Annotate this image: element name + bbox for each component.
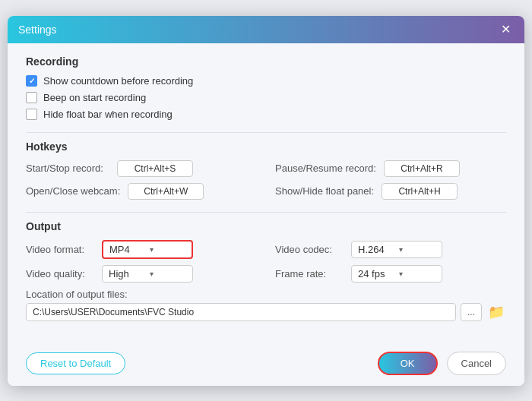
video-codec-select[interactable]: H.264 ▾ <box>351 241 442 258</box>
output-row-codec: Video codec: H.264 ▾ <box>275 240 506 259</box>
hotkey-input-pauseresume[interactable] <box>384 160 460 177</box>
hotkeys-section: Hotkeys Start/Stop record: Pause/Resume … <box>26 141 506 200</box>
beep-checkbox[interactable] <box>26 92 37 103</box>
cancel-button[interactable]: Cancel <box>447 352 506 375</box>
output-label-framerate: Frame rate: <box>275 268 344 279</box>
hotkey-row-floatpanel: Show/Hide float panel: <box>275 183 506 200</box>
video-codec-value: H.264 <box>358 244 394 255</box>
hotkeys-grid: Start/Stop record: Pause/Resume record: … <box>26 160 506 200</box>
floatbar-label: Hide float bar when recording <box>43 109 173 120</box>
chevron-down-icon: ▾ <box>150 245 185 254</box>
hotkey-input-floatpanel[interactable] <box>382 183 458 200</box>
output-row-format: Video format: MP4 ▾ <box>26 240 257 259</box>
output-section-title: Output <box>26 220 506 232</box>
video-format-value: MP4 <box>109 244 145 255</box>
countdown-label: Show countdown before recording <box>43 75 193 87</box>
beep-row: Beep on start recording <box>26 92 506 103</box>
countdown-row: Show countdown before recording <box>26 75 506 87</box>
close-button[interactable]: ✕ <box>498 22 514 37</box>
content-area: Recording Show countdown before recordin… <box>8 43 524 344</box>
output-grid: Video format: MP4 ▾ Video codec: H.264 ▾… <box>26 240 506 283</box>
beep-label: Beep on start recording <box>43 92 146 103</box>
chevron-down-icon: ▾ <box>399 270 435 278</box>
hotkey-row-webcam: Open/Close webcam: <box>26 183 257 200</box>
output-label-quality: Video quality: <box>26 268 94 279</box>
folder-icon-button[interactable]: 📁 <box>486 304 506 320</box>
path-input-row: ... 📁 <box>26 303 506 321</box>
path-label: Location of output files: <box>26 289 506 300</box>
recording-section-title: Recording <box>26 55 506 68</box>
output-label-format: Video format: <box>26 244 94 255</box>
path-input[interactable] <box>26 303 456 321</box>
floatbar-row: Hide float bar when recording <box>26 109 506 120</box>
hotkey-label-webcam: Open/Close webcam: <box>26 185 120 197</box>
ok-button[interactable]: OK <box>378 352 438 375</box>
hotkey-input-startstop[interactable] <box>117 160 193 177</box>
hotkey-label-pauseresume: Pause/Resume record: <box>275 163 376 174</box>
divider-1 <box>26 132 506 133</box>
footer-right: OK Cancel <box>378 352 506 375</box>
path-row: Location of output files: ... 📁 <box>26 289 506 321</box>
countdown-checkbox[interactable] <box>26 75 37 87</box>
chevron-down-icon: ▾ <box>399 245 435 254</box>
frame-rate-value: 24 fps <box>358 268 394 279</box>
dialog-title: Settings <box>18 24 57 36</box>
video-quality-value: High <box>109 268 145 279</box>
hotkey-row-pauseresume: Pause/Resume record: <box>275 160 506 177</box>
output-row-framerate: Frame rate: 24 fps ▾ <box>275 265 506 283</box>
video-quality-select[interactable]: High ▾ <box>102 265 193 283</box>
floatbar-checkbox[interactable] <box>26 109 37 120</box>
output-label-codec: Video codec: <box>275 244 344 255</box>
hotkey-label-startstop: Start/Stop record: <box>26 163 109 174</box>
hotkeys-section-title: Hotkeys <box>26 141 506 153</box>
titlebar: Settings ✕ <box>8 16 524 43</box>
divider-2 <box>26 212 506 213</box>
path-browse-button[interactable]: ... <box>461 303 482 321</box>
output-row-quality: Video quality: High ▾ <box>26 265 257 283</box>
hotkey-input-webcam[interactable] <box>128 183 204 200</box>
settings-dialog: Settings ✕ Recording Show countdown befo… <box>8 16 524 386</box>
hotkey-row-startstop: Start/Stop record: <box>26 160 257 177</box>
recording-section: Recording Show countdown before recordin… <box>26 55 506 120</box>
output-section: Output Video format: MP4 ▾ Video codec: … <box>26 220 506 321</box>
frame-rate-select[interactable]: 24 fps ▾ <box>351 265 442 283</box>
chevron-down-icon: ▾ <box>150 270 186 278</box>
footer: Reset to Default OK Cancel <box>8 344 524 386</box>
reset-button[interactable]: Reset to Default <box>26 352 125 374</box>
hotkey-label-floatpanel: Show/Hide float panel: <box>275 185 374 197</box>
folder-icon: 📁 <box>488 305 505 320</box>
video-format-select[interactable]: MP4 ▾ <box>102 240 193 259</box>
